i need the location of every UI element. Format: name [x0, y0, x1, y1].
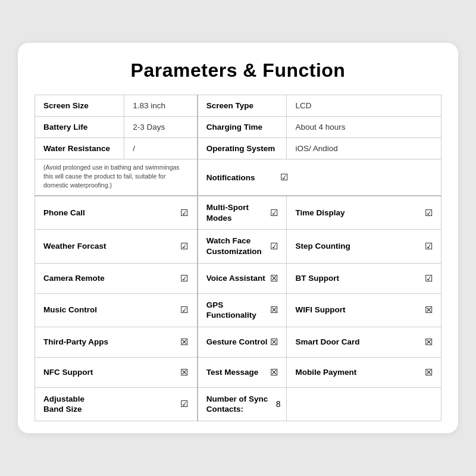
screen-size-value: 1.83 inch — [124, 95, 198, 117]
feature-row-6: Adjustable Band Size Number of Sync Cont… — [35, 387, 441, 421]
nfc-check — [178, 367, 191, 378]
feature-empty — [287, 387, 441, 421]
notifications-check-icon — [278, 172, 291, 183]
feature-voice: Voice Assistant — [198, 263, 287, 293]
feature-third-party: Third-Party Apps — [35, 327, 198, 357]
camera-check — [178, 273, 191, 284]
card: Parameters & Function Screen Size 1.83 i… — [18, 43, 458, 433]
battery-value: 2-3 Days — [124, 117, 198, 138]
feature-camera: Camera Remote — [35, 263, 198, 293]
gesture-check — [267, 337, 280, 347]
feature-gesture: Gesture Control — [198, 327, 287, 357]
screen-type-label: Screen Type — [198, 95, 287, 117]
watch-face-check — [267, 241, 280, 252]
music-check — [178, 305, 191, 315]
feature-music: Music Control — [35, 293, 198, 327]
feature-row-0: Phone Call Multi-Sport Modes Time Displa… — [35, 196, 441, 230]
os-value: iOS/ Andiod — [287, 138, 441, 159]
mobile-payment-check — [422, 367, 435, 378]
time-display-check — [422, 208, 435, 218]
screen-type-value: LCD — [287, 95, 441, 117]
specs-table: Screen Size 1.83 inch Screen Type LCD Ba… — [35, 95, 441, 421]
third-party-check — [178, 337, 191, 347]
test-msg-check — [267, 367, 280, 378]
feature-bt: BT Support — [287, 263, 441, 293]
feature-row-1: Weather Forcast Watch Face Customization… — [35, 230, 441, 263]
spec-row-water: Water Resistance / Operating System iOS/… — [35, 138, 441, 159]
gps-check — [267, 305, 280, 315]
feature-band-size: Adjustable Band Size — [35, 387, 198, 421]
page-title: Parameters & Function — [35, 60, 441, 82]
voice-check — [267, 273, 280, 284]
water-label: Water Resistance — [35, 138, 124, 159]
feature-step-counting: Step Counting — [287, 230, 441, 263]
notifications-cell: Notifications — [198, 159, 441, 196]
bt-check — [422, 273, 435, 284]
battery-label: Battery Life — [35, 117, 124, 138]
feature-row-2: Camera Remote Voice Assistant BT Support — [35, 263, 441, 293]
feature-phone-call: Phone Call — [35, 196, 198, 230]
feature-row-5: NFC Support Test Message Mobile Payment — [35, 357, 441, 387]
spec-row-battery: Battery Life 2-3 Days Charging Time Abou… — [35, 117, 441, 138]
feature-multi-sport: Multi-Sport Modes — [198, 196, 287, 230]
os-label: Operating System — [198, 138, 287, 159]
feature-row-3: Music Control GPS Functionality WIFI Sup… — [35, 293, 441, 327]
waterproof-note-cell: (Avoid prolonged use in bathing and swim… — [35, 159, 198, 196]
feature-row-4: Third-Party Apps Gesture Control Smart D… — [35, 327, 441, 357]
screen-size-label: Screen Size — [35, 95, 124, 117]
feature-test-msg: Test Message — [198, 357, 287, 387]
feature-mobile-payment: Mobile Payment — [287, 357, 441, 387]
wifi-check — [422, 305, 435, 315]
spec-row-screen: Screen Size 1.83 inch Screen Type LCD — [35, 95, 441, 117]
feature-sync-contacts: Number of Sync Contacts: 8 — [198, 387, 287, 421]
feature-weather: Weather Forcast — [35, 230, 198, 263]
charging-label: Charging Time — [198, 117, 287, 138]
feature-watch-face: Watch Face Customization — [198, 230, 287, 263]
smart-door-check — [422, 337, 435, 347]
water-value: / — [124, 138, 198, 159]
weather-check — [178, 241, 191, 252]
multi-sport-check — [267, 208, 280, 218]
feature-smart-door: Smart Door Card — [287, 327, 441, 357]
feature-wifi: WIFI Support — [287, 293, 441, 327]
band-size-check — [178, 399, 191, 409]
feature-nfc: NFC Support — [35, 357, 198, 387]
charging-value: About 4 hours — [287, 117, 441, 138]
step-counting-check — [422, 241, 435, 252]
phone-call-check — [178, 208, 191, 218]
feature-gps: GPS Functionality — [198, 293, 287, 327]
feature-time-display: Time Display — [287, 196, 441, 230]
spec-row-note: (Avoid prolonged use in bathing and swim… — [35, 159, 441, 196]
